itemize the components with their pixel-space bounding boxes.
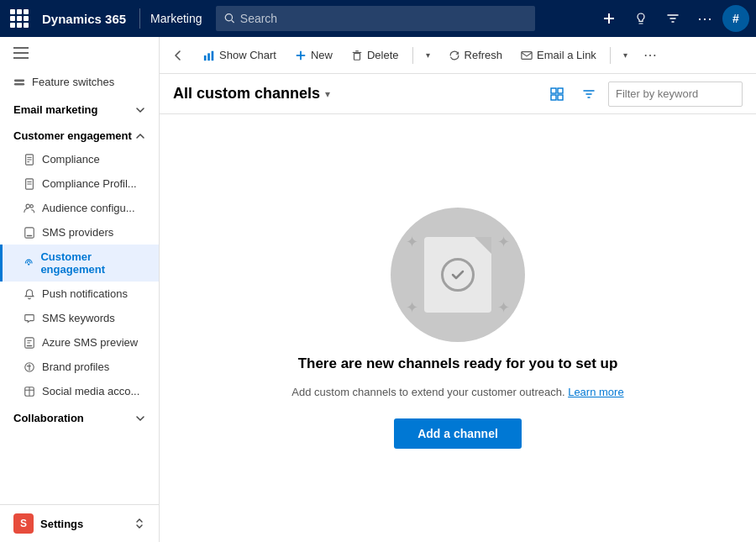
svg-line-1: [231, 20, 234, 23]
more-options-icon[interactable]: ⋯: [690, 4, 719, 33]
sidebar-item-compliance-profile[interactable]: Compliance Profil...: [0, 171, 159, 196]
waffle-icon: [10, 9, 29, 28]
app-name: Marketing: [150, 12, 202, 25]
dropdown-chevron-2[interactable]: ▾: [616, 43, 636, 68]
svg-rect-37: [551, 95, 556, 100]
separator-2: [610, 47, 611, 64]
azure-sms-label: Azure SMS preview: [42, 336, 138, 349]
view-options-button[interactable]: [544, 82, 570, 107]
sidebar-group-customer-engagement[interactable]: Customer engagement: [0, 121, 159, 147]
search-bar[interactable]: [216, 6, 535, 31]
sidebar-item-sms-providers[interactable]: SMS providers: [0, 220, 159, 245]
sidebar-toggle[interactable]: [0, 37, 159, 69]
add-channel-button[interactable]: Add a channel: [394, 418, 522, 449]
page-title-chevron-icon[interactable]: ▾: [325, 88, 330, 100]
sidebar-item-azure-sms[interactable]: Azure SMS preview: [0, 330, 159, 355]
settings-expand-icon: [134, 518, 145, 529]
waffle-menu[interactable]: [7, 6, 32, 31]
filter-input[interactable]: [608, 82, 743, 107]
sidebar-item-sms-keywords[interactable]: SMS keywords: [0, 306, 159, 330]
custom-channels-icon: [24, 257, 34, 269]
filter-button[interactable]: [576, 82, 601, 107]
brand-profiles-label: Brand profiles: [42, 360, 109, 373]
email-link-label: Email a Link: [537, 49, 596, 61]
sparkle-icon-br: ✦: [497, 298, 510, 317]
show-chart-label: Show Chart: [219, 49, 276, 61]
sidebar-group-collaboration[interactable]: Collaboration: [0, 403, 159, 429]
sparkle-icon-bl: ✦: [406, 298, 418, 317]
top-nav: Dynamics 365 Marketing ⋯ #: [0, 0, 756, 37]
brand-profiles-icon: [24, 361, 35, 373]
sidebar-settings[interactable]: S Settings: [0, 505, 159, 542]
svg-rect-35: [551, 88, 556, 93]
sidebar-item-brand-profiles[interactable]: Brand profiles: [0, 355, 159, 379]
add-button[interactable]: [595, 4, 623, 33]
lightbulb-icon[interactable]: [627, 4, 655, 33]
layout: Feature switches Email marketing Custome…: [0, 37, 756, 542]
sidebar-group-email-marketing[interactable]: Email marketing: [0, 95, 159, 121]
compliance-profile-icon: [24, 178, 35, 190]
page-header: All custom channels ▾: [160, 74, 756, 114]
hamburger-icon: [13, 47, 29, 59]
empty-state-title: There are new channels ready for you to …: [298, 355, 618, 372]
audience-config-label: Audience configu...: [42, 202, 135, 214]
chevron-up-icon: [135, 131, 145, 141]
sidebar-feature-switches-label: Feature switches: [32, 76, 114, 88]
svg-point-17: [28, 263, 29, 265]
dropdown-chevron-1[interactable]: ▾: [418, 43, 438, 68]
new-icon: [295, 50, 307, 61]
email-icon: [521, 50, 533, 61]
compliance-profile-label: Compliance Profil...: [42, 177, 137, 190]
search-input[interactable]: [240, 12, 527, 25]
more-button[interactable]: ⋯: [638, 43, 663, 68]
push-notifications-icon: [24, 288, 35, 300]
svg-rect-36: [558, 88, 563, 93]
svg-rect-26: [204, 55, 207, 61]
empty-state-description: Add custom channels to extend your custo…: [291, 386, 623, 398]
page-title: All custom channels: [173, 85, 320, 103]
collaboration-label: Collaboration: [13, 412, 84, 424]
new-button[interactable]: New: [286, 44, 341, 66]
refresh-button[interactable]: Refresh: [440, 44, 512, 66]
empty-state-desc-text: Add custom channels to extend your custo…: [291, 386, 564, 398]
svg-rect-15: [25, 227, 34, 237]
filter-icon[interactable]: [659, 4, 687, 33]
svg-rect-38: [558, 95, 563, 100]
sidebar-bottom: S Settings: [0, 504, 159, 542]
chevron-down-icon-collab: [135, 413, 145, 424]
settings-label: Settings: [40, 518, 83, 530]
user-avatar[interactable]: #: [722, 5, 749, 32]
sidebar: Feature switches Email marketing Custome…: [0, 37, 160, 542]
page-title-wrap: All custom channels ▾: [173, 85, 330, 103]
sms-providers-label: SMS providers: [42, 226, 113, 239]
svg-rect-34: [522, 51, 532, 59]
social-media-label: Social media acco...: [42, 385, 139, 397]
svg-rect-27: [207, 53, 210, 61]
command-bar: Show Chart New Delete ▾ Refresh Email a …: [160, 37, 756, 74]
email-link-button[interactable]: Email a Link: [512, 44, 605, 66]
email-marketing-label: Email marketing: [13, 103, 97, 116]
empty-state: ✦ ✦ ✦ ✦ There are new channels ready for…: [291, 208, 623, 449]
show-chart-button[interactable]: Show Chart: [195, 44, 285, 66]
back-button[interactable]: [166, 44, 190, 67]
svg-rect-31: [354, 53, 360, 60]
show-chart-icon: [203, 50, 215, 61]
learn-more-link[interactable]: Learn more: [568, 386, 623, 398]
sidebar-item-feature-switches[interactable]: Feature switches: [0, 69, 159, 95]
sparkle-icon-tl: ✦: [406, 233, 418, 251]
document-icon: [424, 237, 491, 313]
feature-switches-icon: [13, 76, 25, 88]
sidebar-item-audience-config[interactable]: Audience configu...: [0, 196, 159, 220]
content-area: ✦ ✦ ✦ ✦ There are new channels ready for…: [160, 114, 756, 542]
sidebar-item-custom-channels[interactable]: Customer engagement: [0, 245, 159, 282]
refresh-label: Refresh: [465, 49, 503, 61]
delete-button[interactable]: Delete: [343, 44, 407, 66]
page-header-actions: [544, 82, 743, 107]
sidebar-item-push-notifications[interactable]: Push notifications: [0, 282, 159, 306]
compliance-label: Compliance: [42, 153, 100, 166]
delete-label: Delete: [367, 49, 399, 61]
sidebar-item-compliance[interactable]: Compliance: [0, 147, 159, 171]
svg-point-0: [225, 14, 232, 21]
svg-rect-4: [14, 79, 24, 82]
sidebar-item-social-media[interactable]: Social media acco...: [0, 379, 159, 403]
